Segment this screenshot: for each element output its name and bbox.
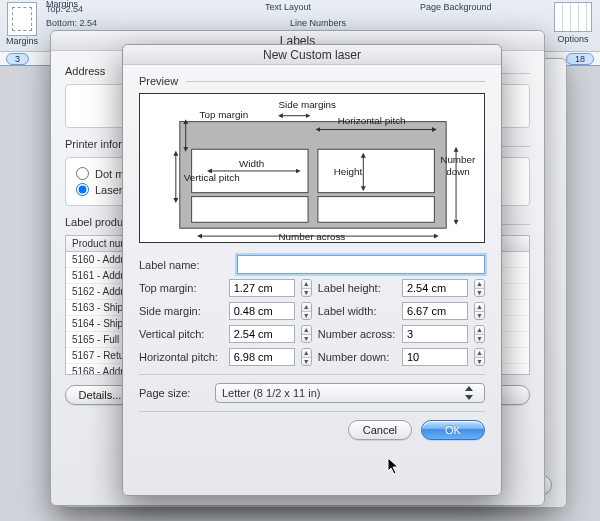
label-height-input[interactable]	[402, 279, 468, 297]
options-grid-icon	[554, 2, 592, 32]
diagram-h-pitch: Horizontal pitch	[338, 115, 406, 126]
diagram-v-pitch: Vertical pitch	[184, 172, 240, 183]
margin-bottom-label: Bottom:	[46, 18, 77, 28]
margins-label: Margins	[0, 36, 44, 46]
side-margin-stepper[interactable]: ▲▼	[301, 302, 312, 320]
label-height-stepper[interactable]: ▲▼	[474, 279, 485, 297]
options-label: Options	[548, 34, 598, 44]
diagram-top-margin: Top margin	[200, 109, 249, 120]
group-margins-title: Margins	[46, 0, 78, 9]
label-width-input[interactable]	[402, 302, 468, 320]
number-across-stepper[interactable]: ▲▼	[474, 325, 485, 343]
new-custom-dialog: New Custom laser Preview	[122, 44, 502, 496]
margins-icon	[7, 2, 37, 36]
label-width-stepper[interactable]: ▲▼	[474, 302, 485, 320]
diagram-side-margins: Side margins	[278, 99, 336, 110]
top-margin-input[interactable]	[229, 279, 295, 297]
new-custom-dialog-title: New Custom laser	[123, 45, 501, 65]
diagram-height: Height	[334, 166, 363, 177]
diagram-num-across: Number across	[278, 231, 345, 242]
line-numbers-label: Line Numbers	[290, 18, 346, 28]
vertical-pitch-input[interactable]	[229, 325, 295, 343]
preview-diagram: Top margin Side margins Horizontal pitch…	[139, 93, 485, 243]
diagram-num-down-2: down	[446, 166, 470, 177]
page-size-label: Page size:	[139, 387, 209, 399]
ruler-right-marker[interactable]: 18	[566, 53, 594, 65]
number-across-label: Number across:	[318, 328, 396, 340]
side-margin-input[interactable]	[229, 302, 295, 320]
ruler-left-marker[interactable]: 3	[6, 53, 29, 65]
preview-label: Preview	[139, 75, 178, 87]
updown-icon	[464, 386, 478, 400]
number-down-label: Number down:	[318, 351, 396, 363]
top-margin-stepper[interactable]: ▲▼	[301, 279, 312, 297]
cancel-button[interactable]: Cancel	[348, 420, 412, 440]
number-down-stepper[interactable]: ▲▼	[474, 348, 485, 366]
label-name-input[interactable]	[237, 255, 485, 274]
options-button[interactable]: Options	[548, 2, 598, 44]
diagram-num-down-1: Number	[440, 154, 476, 165]
label-name-label: Label name:	[139, 259, 231, 271]
top-margin-label: Top margin:	[139, 282, 223, 294]
number-across-input[interactable]	[402, 325, 468, 343]
diagram-width: Width	[239, 158, 264, 169]
svg-rect-4	[318, 197, 434, 223]
vertical-pitch-stepper[interactable]: ▲▼	[301, 325, 312, 343]
cursor-icon	[387, 457, 401, 475]
horizontal-pitch-input[interactable]	[229, 348, 295, 366]
svg-rect-3	[192, 197, 308, 223]
side-margin-label: Side margin:	[139, 305, 223, 317]
group-pagebg-title: Page Background	[420, 2, 492, 12]
label-height-label: Label height:	[318, 282, 396, 294]
horizontal-pitch-stepper[interactable]: ▲▼	[301, 348, 312, 366]
label-width-label: Label width:	[318, 305, 396, 317]
margins-button[interactable]: Margins	[0, 0, 44, 46]
vertical-pitch-label: Vertical pitch:	[139, 328, 223, 340]
ok-button[interactable]: OK	[421, 420, 485, 440]
group-textlayout-title: Text Layout	[265, 2, 311, 12]
margin-bottom-value: 2.54	[80, 18, 98, 28]
horizontal-pitch-label: Horizontal pitch:	[139, 351, 223, 363]
number-down-input[interactable]	[402, 348, 468, 366]
page-size-value: Letter (8 1/2 x 11 in)	[222, 387, 320, 399]
page-size-select[interactable]: Letter (8 1/2 x 11 in)	[215, 383, 485, 403]
